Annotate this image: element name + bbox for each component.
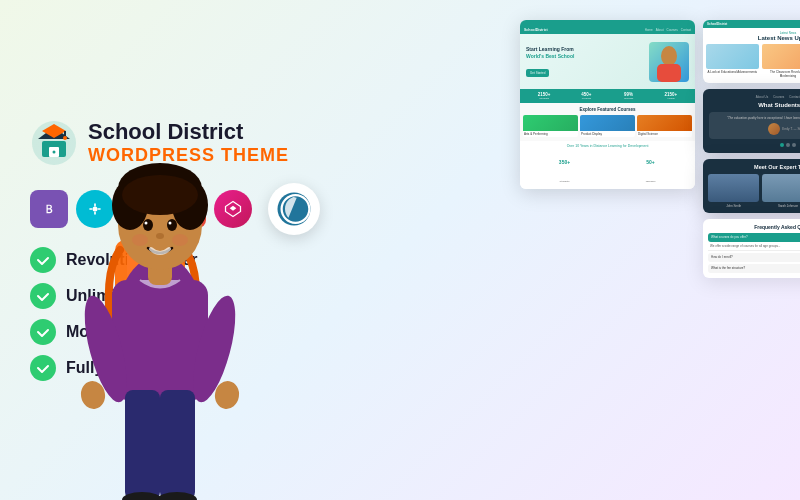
svg-point-39 (156, 233, 164, 239)
faq-title: Frequently Asked Questions (708, 224, 800, 230)
testimonials-title: What Students Think (709, 102, 800, 108)
svg-rect-26 (160, 390, 195, 500)
check-icon-3 (30, 319, 56, 345)
svg-point-40 (132, 234, 148, 246)
teacher-1-name: John Smith (708, 204, 759, 208)
article-1-title: A Look at Educational Advancements (706, 71, 759, 75)
check-icon-2 (30, 283, 56, 309)
article-2-title: The Classroom Revolution: Modernizing (762, 71, 800, 79)
svg-point-41 (172, 234, 188, 246)
screenshots-section: SchoolDistrict Home About Courses Contac… (520, 20, 800, 480)
check-icon-4 (30, 355, 56, 381)
svg-point-42 (661, 46, 677, 66)
child-figure (55, 40, 265, 500)
news-title: Latest News Updates (707, 35, 800, 41)
page-container: School District WORDPRESS THEME (0, 0, 800, 500)
teachers-title: Meet Our Expert Teachers (708, 164, 800, 170)
svg-point-34 (122, 175, 198, 215)
svg-point-37 (145, 222, 148, 225)
svg-point-36 (167, 219, 177, 231)
wordpress-icon[interactable] (268, 183, 320, 235)
svg-point-38 (169, 222, 172, 225)
teachers-screenshot: Meet Our Expert Teachers John Smith Sara… (703, 159, 800, 213)
main-website-screenshot: SchoolDistrict Home About Courses Contac… (520, 20, 695, 189)
svg-point-35 (143, 219, 153, 231)
teacher-2-name: Sarah Johnson (762, 204, 800, 208)
svg-rect-43 (657, 64, 681, 82)
faq-screenshot: Frequently Asked Questions What courses … (703, 219, 800, 278)
testimonials-screenshot: About Us Courses Contact Quick Links Wha… (703, 89, 800, 154)
news-screenshot: SchoolDistrict Home About News Latest Ne… (703, 20, 800, 83)
svg-rect-25 (125, 390, 160, 500)
middle-column: SchoolDistrict Home About News Latest Ne… (703, 20, 800, 278)
check-icon-1 (30, 247, 56, 273)
